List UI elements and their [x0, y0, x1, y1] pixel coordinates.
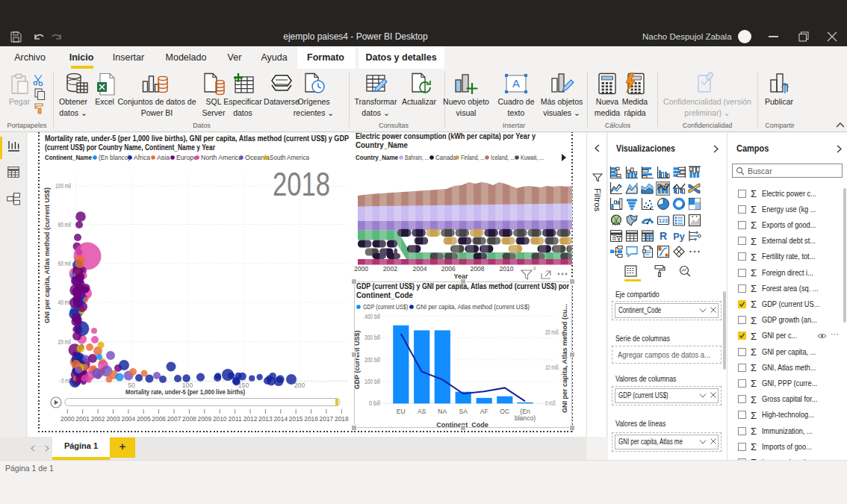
svg-text:R: R	[660, 230, 667, 242]
svg-text:123: 123	[659, 217, 668, 224]
svg-text:Py: Py	[673, 231, 684, 241]
